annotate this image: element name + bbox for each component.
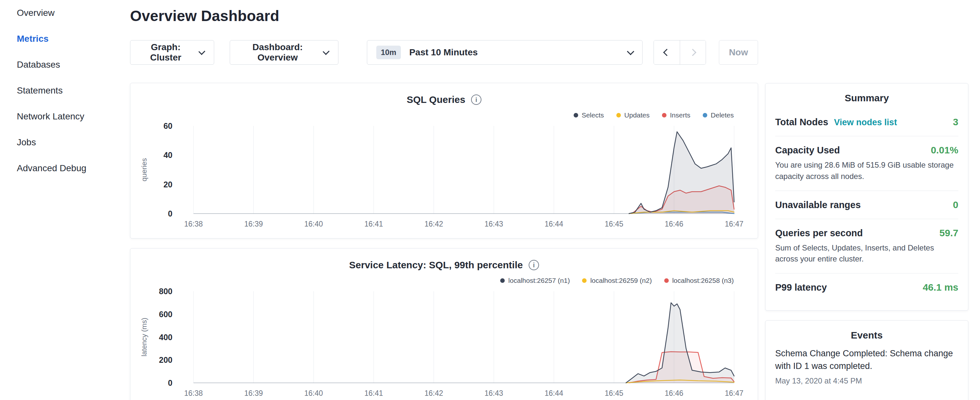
now-button[interactable]: Now xyxy=(719,40,758,65)
summary-label: P99 latency xyxy=(775,282,827,293)
svg-text:16:43: 16:43 xyxy=(485,220,503,228)
sidebar-item-statements[interactable]: Statements xyxy=(0,78,129,104)
time-range-label: Past 10 Minutes xyxy=(409,47,478,57)
svg-text:20: 20 xyxy=(163,180,172,189)
dashboard-label: Dashboard: Overview xyxy=(240,42,316,63)
events-title: Events xyxy=(775,330,958,341)
svg-text:16:44: 16:44 xyxy=(544,389,563,397)
sidebar-item-databases[interactable]: Databases xyxy=(0,52,129,78)
sql-queries-chart-card: SQL Queries i SelectsUpdatesInsertsDelet… xyxy=(130,83,758,239)
time-range-dropdown[interactable]: 10m Past 10 Minutes xyxy=(367,40,643,65)
summary-description: Sum of Selects, Updates, Inserts, and De… xyxy=(775,242,958,265)
sidebar: Overview Metrics Databases Statements Ne… xyxy=(0,0,129,181)
summary-description: You are using 28.6 MiB of 515.9 GiB usab… xyxy=(775,159,958,182)
svg-text:16:41: 16:41 xyxy=(364,389,383,397)
summary-row-total-nodes: Total Nodes View nodes list 3 xyxy=(775,108,958,136)
legend-dot-icon xyxy=(616,113,621,118)
legend-dot-icon xyxy=(662,113,667,118)
sql-queries-chart: 16:3816:3916:4016:4116:4216:4316:4416:45… xyxy=(140,121,748,233)
page-title: Overview Dashboard xyxy=(130,7,758,25)
svg-text:16:42: 16:42 xyxy=(425,389,443,397)
event-item[interactable]: Schema Change Completed: Schema change w… xyxy=(775,347,958,386)
time-next-button[interactable] xyxy=(680,40,706,64)
svg-text:16:38: 16:38 xyxy=(184,389,203,397)
toolbar: Graph: Cluster Dashboard: Overview 10m P… xyxy=(130,40,758,65)
time-prev-button[interactable] xyxy=(654,40,680,64)
legend-dot-icon xyxy=(574,113,578,118)
svg-text:queries: queries xyxy=(140,158,148,181)
svg-text:latency (ms): latency (ms) xyxy=(140,318,148,357)
chart-title: SQL Queries xyxy=(407,94,465,105)
svg-text:16:46: 16:46 xyxy=(665,220,684,228)
svg-text:16:43: 16:43 xyxy=(485,389,503,397)
info-icon[interactable]: i xyxy=(471,94,481,105)
legend-dot-icon xyxy=(582,278,587,283)
event-timestamp: May 13, 2020 at 4:45 PM xyxy=(775,376,958,386)
view-nodes-link[interactable]: View nodes list xyxy=(834,118,897,127)
summary-row-capacity-used: Capacity Used 0.01% You are using 28.6 M… xyxy=(775,136,958,191)
legend-item[interactable]: Selects xyxy=(574,112,604,119)
svg-text:16:40: 16:40 xyxy=(304,389,323,397)
chart-title-row: Service Latency: SQL, 99th percentile i xyxy=(140,258,748,273)
sidebar-item-jobs[interactable]: Jobs xyxy=(0,129,129,155)
right-sidebar: Summary Total Nodes View nodes list 3 Ca… xyxy=(765,83,968,400)
summary-label: Unavailable ranges xyxy=(775,200,861,210)
legend-dot-icon xyxy=(703,113,707,118)
svg-text:16:39: 16:39 xyxy=(244,220,263,228)
svg-text:600: 600 xyxy=(159,310,172,319)
svg-text:16:46: 16:46 xyxy=(665,389,684,397)
svg-text:16:47: 16:47 xyxy=(725,220,743,228)
summary-label: Capacity Used xyxy=(775,145,840,156)
svg-text:16:45: 16:45 xyxy=(605,389,624,397)
chart-legend: SelectsUpdatesInsertsDeletes xyxy=(140,110,734,120)
service-latency-chart: 16:3816:3916:4016:4116:4216:4316:4416:45… xyxy=(140,286,748,400)
legend-item[interactable]: localhost:26259 (n2) xyxy=(582,277,652,284)
sidebar-item-metrics[interactable]: Metrics xyxy=(0,26,129,52)
summary-row-unavailable-ranges: Unavailable ranges 0 xyxy=(775,191,958,219)
svg-text:16:41: 16:41 xyxy=(364,220,383,228)
summary-row-p99-latency: P99 latency 46.1 ms xyxy=(775,273,958,301)
info-icon[interactable]: i xyxy=(529,260,539,270)
summary-value: 0 xyxy=(953,199,958,210)
chevron-down-icon xyxy=(627,48,635,55)
legend-item[interactable]: Inserts xyxy=(662,112,690,119)
sidebar-item-overview[interactable]: Overview xyxy=(0,0,129,26)
graph-scope-dropdown[interactable]: Graph: Cluster xyxy=(130,40,214,65)
svg-text:40: 40 xyxy=(163,150,172,159)
summary-value: 0.01% xyxy=(931,145,958,156)
svg-text:16:39: 16:39 xyxy=(244,389,263,397)
graph-scope-label: Graph: Cluster xyxy=(140,42,191,63)
legend-item[interactable]: Deletes xyxy=(703,112,734,119)
main-content: Overview Dashboard Graph: Cluster Dashbo… xyxy=(130,0,758,400)
summary-label: Queries per second xyxy=(775,228,863,239)
svg-text:60: 60 xyxy=(163,121,172,131)
event-text: Schema Change Completed: Schema change w… xyxy=(775,347,958,373)
svg-text:16:40: 16:40 xyxy=(304,220,323,228)
chevron-down-icon xyxy=(199,48,205,55)
summary-row-queries-per-second: Queries per second 59.7 Sum of Selects, … xyxy=(775,219,958,274)
chart-legend: localhost:26257 (n1)localhost:26259 (n2)… xyxy=(140,276,734,285)
service-latency-chart-card: Service Latency: SQL, 99th percentile i … xyxy=(130,248,758,400)
summary-value: 3 xyxy=(953,116,958,127)
legend-item[interactable]: localhost:26258 (n3) xyxy=(664,277,734,284)
chart-title-row: SQL Queries i xyxy=(140,92,748,107)
summary-value: 46.1 ms xyxy=(923,282,958,293)
legend-item[interactable]: Updates xyxy=(616,112,650,119)
sidebar-item-advanced-debug[interactable]: Advanced Debug xyxy=(0,155,129,181)
svg-text:0: 0 xyxy=(168,209,172,218)
summary-value: 59.7 xyxy=(940,228,958,239)
legend-dot-icon xyxy=(500,278,505,283)
time-step-buttons xyxy=(654,40,706,65)
summary-label: Total Nodes xyxy=(775,117,828,127)
legend-dot-icon xyxy=(664,278,669,283)
chart-title: Service Latency: SQL, 99th percentile xyxy=(349,260,523,271)
sidebar-item-network-latency[interactable]: Network Latency xyxy=(0,104,129,129)
dashboard-dropdown[interactable]: Dashboard: Overview xyxy=(230,40,339,65)
time-range-badge: 10m xyxy=(376,46,401,59)
svg-text:16:38: 16:38 xyxy=(184,220,203,228)
svg-text:16:42: 16:42 xyxy=(425,220,443,228)
chevron-down-icon xyxy=(323,48,330,55)
svg-text:400: 400 xyxy=(159,333,172,342)
legend-item[interactable]: localhost:26257 (n1) xyxy=(500,277,570,284)
time-controls: 10m Past 10 Minutes Now xyxy=(367,40,758,65)
